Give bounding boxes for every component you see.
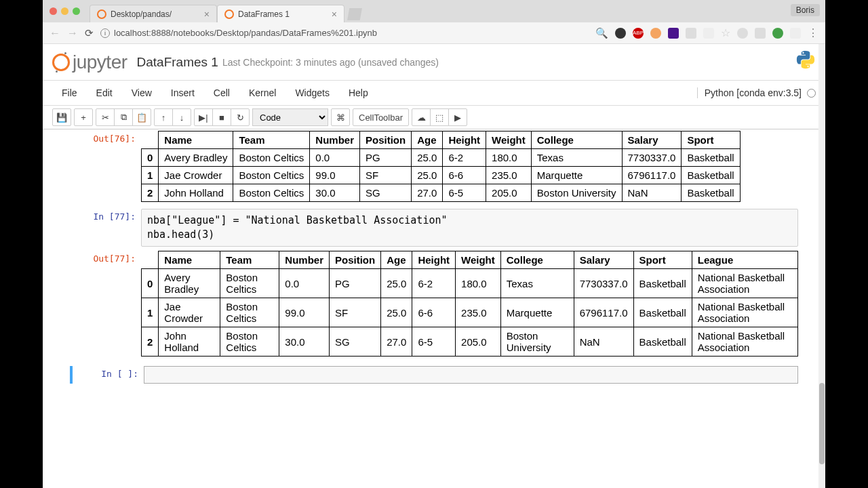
- column-header: Salary: [574, 251, 633, 269]
- browser-tab-2[interactable]: DataFrames 1 ×: [217, 5, 344, 22]
- notebook-header: jupyter DataFrames 1 Last Checkpoint: 3 …: [43, 44, 825, 80]
- menu-view[interactable]: View: [122, 83, 161, 102]
- table-cell: PG: [360, 149, 412, 167]
- browser-address-bar: ← → ⟳ i localhost:8888/notebooks/Desktop…: [43, 22, 825, 44]
- code-body[interactable]: [144, 366, 798, 384]
- menu-help[interactable]: Help: [339, 83, 378, 102]
- upload-button[interactable]: ☁: [412, 108, 431, 126]
- cell-toolbar-button[interactable]: CellToolbar: [353, 108, 409, 126]
- adblock-icon[interactable]: ABP: [633, 28, 644, 39]
- zoom-icon[interactable]: 🔍: [595, 27, 608, 39]
- extension-icon[interactable]: [772, 28, 783, 39]
- paste-button[interactable]: 📋: [132, 108, 151, 126]
- new-tab-button[interactable]: [347, 8, 362, 20]
- notebook-title[interactable]: DataFrames 1: [137, 55, 218, 70]
- run-button[interactable]: ▶|: [194, 108, 213, 126]
- row-index: 0: [142, 149, 159, 167]
- table-cell: SG: [330, 327, 381, 357]
- table-cell: SF: [360, 167, 412, 184]
- command-palette-button[interactable]: ⌘: [331, 108, 350, 126]
- table-cell: Boston University: [531, 184, 622, 202]
- table-cell: 25.0: [381, 298, 412, 327]
- table-cell: 205.0: [456, 327, 501, 357]
- column-header: Age: [381, 251, 412, 269]
- jupyter-logo[interactable]: jupyter: [52, 52, 127, 73]
- extension-icon[interactable]: [615, 28, 626, 39]
- kernel-name[interactable]: Python [conda env:3.5]: [705, 87, 802, 98]
- table-cell: 6-5: [412, 327, 456, 357]
- input-cell-77[interactable]: In [77]: nba["League"] = "National Baske…: [70, 209, 798, 247]
- table-cell: Basketball: [633, 327, 692, 357]
- extension-icon[interactable]: [790, 28, 801, 39]
- site-info-icon[interactable]: i: [100, 28, 110, 38]
- add-cell-button[interactable]: +: [74, 108, 93, 126]
- tab-title: DataFrames 1: [238, 9, 290, 19]
- chrome-profile-chip[interactable]: Boris: [791, 4, 820, 16]
- chrome-menu-icon[interactable]: ⋮: [808, 26, 818, 39]
- back-icon[interactable]: ←: [50, 27, 60, 39]
- bookmark-star-icon[interactable]: ☆: [721, 26, 730, 39]
- gift-button[interactable]: ⬚: [430, 108, 449, 126]
- cell-type-select[interactable]: Code: [252, 108, 328, 126]
- browser-tab-1[interactable]: Desktop/pandas/ ×: [90, 5, 217, 22]
- table-row: 0Avery BradleyBoston Celtics0.0PG25.06-2…: [142, 269, 798, 298]
- scrollbar-thumb[interactable]: [819, 383, 825, 464]
- column-header: College: [531, 131, 622, 149]
- table-cell: 235.0: [456, 298, 501, 327]
- extension-icon[interactable]: [703, 28, 714, 39]
- code-body[interactable]: nba["League"] = "National Basketball Ass…: [141, 209, 798, 247]
- row-index: 2: [142, 184, 159, 202]
- extension-icon[interactable]: [650, 28, 661, 39]
- jupyter-favicon-icon: [224, 9, 234, 19]
- table-cell: 6-2: [412, 269, 456, 298]
- url-text: localhost:8888/notebooks/Desktop/pandas/…: [114, 28, 377, 38]
- column-header: Sport: [682, 131, 740, 149]
- move-down-button[interactable]: ↓: [172, 108, 191, 126]
- menubar: File Edit View Insert Cell Kernel Widget…: [43, 80, 825, 106]
- table-cell: 0.0: [279, 269, 330, 298]
- menu-widgets[interactable]: Widgets: [285, 83, 339, 102]
- menu-file[interactable]: File: [52, 83, 87, 102]
- menu-edit[interactable]: Edit: [87, 83, 122, 102]
- kernel-idle-icon: [807, 89, 816, 98]
- table-cell: 27.0: [412, 184, 443, 202]
- table-cell: Jae Crowder: [159, 298, 220, 327]
- notebook-container[interactable]: Out[76]: NameTeamNumberPositionAgeHeight…: [43, 129, 825, 488]
- close-tab-icon[interactable]: ×: [332, 9, 337, 20]
- column-header: Height: [443, 131, 486, 149]
- jupyter-icon: [52, 54, 70, 71]
- minimize-window-icon[interactable]: [61, 7, 68, 15]
- extension-icons: ABP ☆ ⋮: [615, 26, 818, 39]
- restart-button[interactable]: ↻: [231, 108, 250, 126]
- stop-button[interactable]: ■: [212, 108, 231, 126]
- extension-icon[interactable]: [686, 28, 696, 39]
- maximize-window-icon[interactable]: [73, 7, 80, 15]
- table-cell: John Holland: [159, 327, 220, 357]
- cut-button[interactable]: ✂: [96, 108, 115, 126]
- table-cell: 27.0: [381, 327, 412, 357]
- extension-icon[interactable]: [737, 28, 748, 39]
- column-header: Weight: [456, 251, 501, 269]
- save-button[interactable]: 💾: [52, 108, 71, 126]
- checkpoint-text: Last Checkpoint: 3 minutes ago (unsaved …: [222, 57, 439, 68]
- menu-cell[interactable]: Cell: [204, 83, 239, 102]
- copy-button[interactable]: ⧉: [114, 108, 133, 126]
- forward-icon[interactable]: →: [67, 27, 78, 39]
- reload-icon[interactable]: ⟳: [85, 27, 94, 39]
- python-logo-icon: [795, 49, 816, 75]
- table-cell: 0.0: [310, 149, 360, 167]
- table-cell: Boston Celtics: [220, 327, 279, 357]
- scrollbar[interactable]: [818, 44, 825, 488]
- menu-insert[interactable]: Insert: [161, 83, 204, 102]
- close-window-icon[interactable]: [50, 7, 57, 15]
- extension-icon[interactable]: [668, 28, 679, 39]
- extension-icon[interactable]: [755, 28, 766, 39]
- move-up-button[interactable]: ↑: [154, 108, 173, 126]
- close-tab-icon[interactable]: ×: [204, 9, 210, 20]
- column-header: Name: [159, 251, 220, 269]
- youtube-button[interactable]: ▶: [448, 108, 467, 126]
- url-bar[interactable]: i localhost:8888/notebooks/Desktop/panda…: [100, 28, 589, 38]
- table-cell: PG: [330, 269, 381, 298]
- input-cell-empty[interactable]: In [ ]:: [70, 366, 798, 384]
- menu-kernel[interactable]: Kernel: [239, 83, 285, 102]
